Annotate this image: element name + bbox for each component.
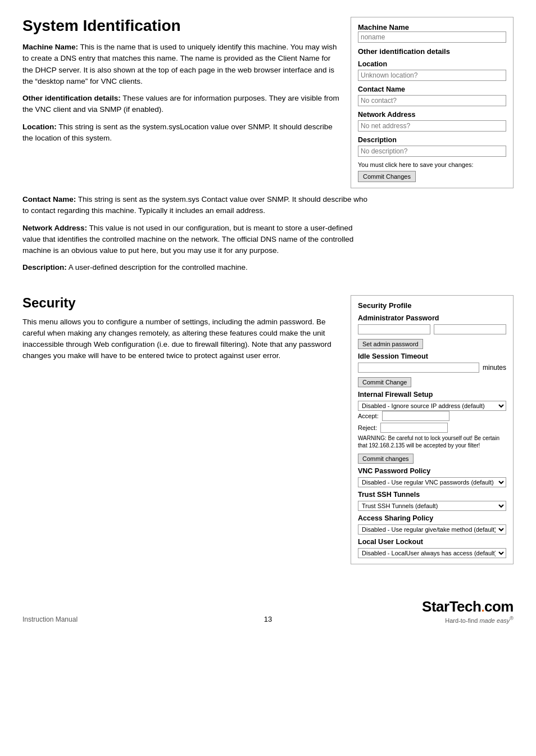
idle-timeout-input[interactable]: 15 <box>358 363 479 373</box>
footer-logo: StarTech.com Hard-to-find made easy® <box>422 598 514 624</box>
page-title: System Identification <box>22 17 339 35</box>
label-contact-name: Contact Name: <box>22 195 76 203</box>
text-location: This string is sent as the system.sysLoc… <box>22 123 333 142</box>
reject-row: Reject: <box>358 423 506 433</box>
description-label: Description <box>358 136 506 144</box>
idle-timeout-label: Idle Session Timeout <box>358 352 506 360</box>
location-input[interactable] <box>358 70 506 81</box>
tagline-sup: ® <box>510 615 514 621</box>
access-sharing-label: Access Sharing Policy <box>358 514 506 522</box>
info-panel: Machine Name Other identification detail… <box>351 17 514 188</box>
reject-input[interactable] <box>380 423 448 433</box>
contact-label: Contact Name <box>358 85 506 93</box>
tagline: Hard-to-find made easy® <box>422 615 514 624</box>
set-admin-button[interactable]: Set admin password <box>358 339 423 349</box>
vnc-policy-label: VNC Password Policy <box>358 467 506 475</box>
security-right: Security Profile Administrator Password … <box>351 295 514 564</box>
tagline-text: Hard-to-find <box>445 617 479 623</box>
para-contact-name: Contact Name: This string is sent as the… <box>22 194 371 217</box>
accept-input[interactable] <box>382 411 449 421</box>
para-machine-name: Machine Name: This is the name that is u… <box>22 42 339 87</box>
para-description: Description: A user-defined description … <box>22 262 371 273</box>
local-lockout-select[interactable]: Disabled - LocalUser always has access (… <box>358 548 506 558</box>
label-description: Description: <box>22 263 67 271</box>
para-location: Location: This string is sent as the sys… <box>22 121 339 144</box>
security-panel: Security Profile Administrator Password … <box>351 295 514 564</box>
trust-ssh-label: Trust SSH Tunnels <box>358 491 506 499</box>
tagline-em: made easy <box>479 617 510 623</box>
sysid-left-col: System Identification Machine Name: This… <box>22 17 339 188</box>
contact-input[interactable] <box>358 95 506 106</box>
logo-text: StarTech.com <box>422 598 514 615</box>
location-group: Location <box>358 60 506 81</box>
firewall-label: Internal Firewall Setup <box>358 391 506 399</box>
network-label: Network Address <box>358 111 506 119</box>
label-other-id: Other identification details: <box>22 94 121 102</box>
page-number: 13 <box>264 615 272 623</box>
pw-boxes <box>358 324 506 334</box>
location-label: Location <box>358 60 506 68</box>
other-id-group: Other identification details <box>358 47 506 56</box>
machine-name-header: Machine Name <box>358 23 409 31</box>
idle-timeout-units: minutes <box>483 364 506 372</box>
top-section: System Identification Machine Name: This… <box>22 17 514 188</box>
logo-main: StarTech <box>422 598 481 615</box>
security-section: Security This menu allows you to configu… <box>22 295 514 564</box>
admin-pw-input-2[interactable] <box>434 324 506 334</box>
firewall-warning: WARNING: Be careful not to lock yourself… <box>358 434 506 449</box>
text-description: A user-defined description for the contr… <box>69 263 248 271</box>
network-group: Network Address <box>358 111 506 132</box>
other-id-header: Other identification details <box>358 47 450 56</box>
trust-ssh-select[interactable]: Trust SSH Tunnels (default) <box>358 501 506 511</box>
vnc-policy-select[interactable]: Disabled - Use regular VNC passwords (de… <box>358 477 506 487</box>
accept-label: Accept: <box>358 413 379 419</box>
commit-changes-fw-button[interactable]: Commit changes <box>358 454 414 464</box>
local-lockout-label: Local User Lockout <box>358 538 506 546</box>
label-location: Location: <box>22 123 57 131</box>
security-left: Security This menu allows you to configu… <box>22 295 339 564</box>
commit-note: You must click here to save your changes… <box>358 161 506 168</box>
admin-pw-input-1[interactable] <box>358 324 430 334</box>
security-body: This menu allows you to configure a numb… <box>22 316 339 362</box>
access-sharing-select[interactable]: Disabled - Use regular give/take method … <box>358 524 506 535</box>
page-layout: System Identification Machine Name: This… <box>22 17 514 623</box>
sysid-body: Machine Name: This is the name that is u… <box>22 42 339 144</box>
firewall-select[interactable]: Disabled - Ignore source IP address (def… <box>358 401 506 411</box>
admin-pw-label: Administrator Password <box>358 314 506 322</box>
machine-name-group: Machine Name <box>358 23 506 43</box>
description-group: Description <box>358 136 506 157</box>
security-heading: Security <box>22 295 339 311</box>
security-para: This menu allows you to configure a numb… <box>22 316 339 362</box>
reject-label: Reject: <box>358 424 377 431</box>
accept-row: Accept: <box>358 411 506 421</box>
para-other-id: Other identification details: These valu… <box>22 93 339 116</box>
label-network-addr: Network Address: <box>22 224 87 232</box>
contact-group: Contact Name <box>358 85 506 106</box>
description-input[interactable] <box>358 146 506 157</box>
label-machine-name: Machine Name: <box>22 43 78 51</box>
machine-name-input[interactable] <box>358 31 506 43</box>
commit-change-button[interactable]: Commit Change <box>358 377 411 387</box>
para-network-addr: Network Address: This value is not used … <box>22 223 371 257</box>
idle-timeout-row: 15 minutes <box>358 363 506 373</box>
logo-suffix: com <box>484 598 514 615</box>
sysid-body-continued: Contact Name: This string is sent as the… <box>22 194 371 279</box>
info-panel-col: Machine Name Other identification detail… <box>351 17 514 188</box>
network-input[interactable] <box>358 120 506 132</box>
instruction-manual-label: Instruction Manual <box>22 615 78 623</box>
security-profile-header: Security Profile <box>358 301 506 310</box>
commit-changes-button[interactable]: Commit Changes <box>358 171 416 182</box>
page-footer: Instruction Manual 13 StarTech.com Hard-… <box>22 598 514 624</box>
